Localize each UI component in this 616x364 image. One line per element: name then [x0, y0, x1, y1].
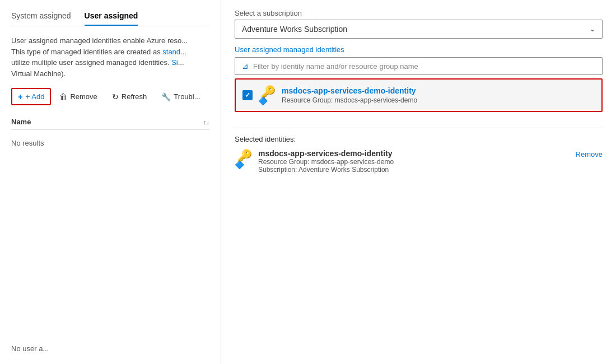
troubleshoot-button-label: Troubl...	[174, 92, 200, 101]
chevron-down-icon: ⌄	[590, 25, 595, 33]
name-column-header: Name	[11, 118, 201, 126]
key-icon-container: 🔑 🔷	[258, 85, 276, 105]
filter-placeholder: Filter by identity name and/or resource …	[253, 62, 418, 71]
toolbar: + + Add 🗑 Remove ↻ Refresh 🔧 Troubl...	[11, 88, 209, 105]
subscription-section: Select a subscription Adventure Works Su…	[235, 9, 603, 39]
filter-bar[interactable]: ⊿ Filter by identity name and/or resourc…	[235, 57, 603, 75]
selected-key-icon-container: 🔑 🔷	[235, 149, 253, 169]
identity-info: msdocs-app-services-demo-identity Resour…	[282, 86, 417, 104]
selected-remove-link[interactable]: Remove	[576, 149, 603, 158]
wrench-icon: 🔧	[161, 92, 171, 101]
identity-checkbox[interactable]	[242, 90, 253, 100]
right-panel: Select a subscription Adventure Works Su…	[221, 0, 616, 364]
sort-icon[interactable]: ↑↓	[203, 119, 209, 125]
key-small-icon: 🔷	[258, 96, 268, 105]
desc-link-si: Si	[171, 58, 178, 67]
refresh-icon: ↻	[112, 92, 119, 101]
no-results-text: No results	[11, 130, 209, 156]
tab-user-assigned[interactable]: User assigned	[85, 11, 138, 26]
identity-list-item[interactable]: 🔑 🔷 msdocs-app-services-demo-identity Re…	[235, 78, 603, 112]
tab-system-assigned[interactable]: System assigned	[11, 11, 71, 26]
desc-link-stand: stand	[162, 48, 180, 56]
subscription-label: Select a subscription	[235, 9, 603, 17]
selected-section-label: Selected identities:	[235, 135, 603, 143]
remove-button-label: Remove	[70, 92, 97, 101]
selected-identity-resource-group: Resource Group: msdocs-app-services-demo	[258, 158, 570, 166]
plus-icon: +	[18, 92, 23, 101]
identity-resource-group: Resource Group: msdocs-app-services-demo	[282, 96, 417, 104]
tabs-bar: System assigned User assigned	[11, 11, 209, 26]
subscription-dropdown[interactable]: Adventure Works Subscription ⌄	[235, 20, 603, 39]
selected-identity-row: 🔑 🔷 msdocs-app-services-demo-identity Re…	[235, 149, 603, 180]
left-panel: System assigned User assigned User assig…	[0, 0, 221, 364]
selected-identity-subscription: Subscription: Adventure Works Subscripti…	[258, 166, 570, 174]
identity-name: msdocs-app-services-demo-identity	[282, 86, 417, 95]
description-text: User assigned managed identities enable …	[11, 35, 209, 79]
add-button-label: + Add	[26, 92, 45, 101]
add-button[interactable]: + + Add	[11, 88, 51, 105]
selected-identity-name: msdocs-app-services-demo-identity	[258, 149, 570, 158]
table-header: Name ↑↓	[11, 114, 209, 130]
filter-icon: ⊿	[242, 62, 249, 71]
troubleshoot-button[interactable]: 🔧 Troubl...	[155, 89, 206, 105]
bottom-status: No user a...	[11, 344, 49, 353]
selected-key-small-icon: 🔷	[235, 160, 244, 169]
ua-identities-label: User assigned managed identities	[235, 45, 603, 54]
trash-icon: 🗑	[59, 92, 67, 101]
selected-identity-info: msdocs-app-services-demo-identity Resour…	[258, 149, 570, 174]
ua-identities-section: User assigned managed identities ⊿ Filte…	[235, 45, 603, 121]
selected-section: Selected identities: 🔑 🔷 msdocs-app-serv…	[235, 128, 603, 180]
remove-button[interactable]: 🗑 Remove	[53, 89, 103, 105]
subscription-value: Adventure Works Subscription	[242, 25, 347, 34]
refresh-button-label: Refresh	[122, 92, 147, 101]
refresh-button[interactable]: ↻ Refresh	[106, 89, 153, 105]
